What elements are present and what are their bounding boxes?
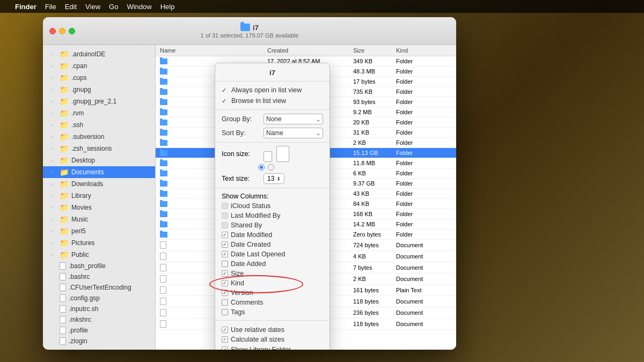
calculate-all-sizes-item[interactable]: Calculate all sizes: [222, 335, 323, 344]
folder-icon: 📁: [60, 109, 69, 117]
file-size-cell: 6 KB: [349, 169, 392, 178]
radio-small[interactable]: [258, 164, 265, 171]
sidebar-item-cpan[interactable]: › 📁 .cpan: [43, 60, 155, 72]
doc-icon: [160, 275, 166, 283]
col-header-size[interactable]: Size: [349, 47, 392, 54]
window-menu[interactable]: Window: [127, 3, 151, 11]
col-version[interactable]: Version: [222, 288, 323, 298]
check-icon: ✓: [222, 98, 229, 105]
sidebar-label: .arduinoIDE: [71, 50, 105, 58]
sidebar-item-cfusertextencoding[interactable]: › .CFUserTextEncoding: [43, 282, 155, 293]
file-size-cell: 4 KB: [349, 252, 392, 261]
sidebar-label: .subversion: [71, 133, 104, 141]
sort-by-row: Sort By: Name ⌄: [215, 126, 330, 140]
minimize-button[interactable]: [59, 28, 65, 34]
folder-icon: 📁: [60, 191, 69, 200]
sidebar-item-gnupg-pre[interactable]: › 📁 .gnupg_pre_2.1: [43, 95, 155, 107]
title-folder-icon: [240, 24, 250, 31]
sidebar-item-zsh[interactable]: › 📁 .zsh_sessions: [43, 143, 155, 154]
file-kind-cell: Folder: [392, 220, 435, 228]
file-kind-cell: Folder: [392, 138, 435, 147]
close-button[interactable]: [49, 28, 56, 34]
window-subtitle: 1 of 31 selected, 179.07 GB available: [201, 32, 299, 39]
menu-bar: Finder File Edit View Go Window Help: [0, 0, 644, 13]
file-kind-cell: Folder: [392, 179, 435, 188]
col-header-created[interactable]: Created: [263, 47, 349, 54]
col-kind[interactable]: Kind: [222, 278, 323, 288]
group-by-value: None: [266, 115, 282, 123]
sidebar-item-subversion[interactable]: › 📁 .subversion: [43, 131, 155, 143]
sidebar-item-pictures[interactable]: › 📁 Pictures: [43, 237, 155, 249]
sort-by-select[interactable]: Name ⌄: [264, 128, 323, 138]
col-date-added[interactable]: Date Added: [222, 259, 323, 269]
folder-icon: 📁: [60, 85, 69, 94]
sidebar-item-bash-profile[interactable]: › .bash_profile: [43, 261, 155, 271]
sidebar-item-desktop[interactable]: › 📁 Desktop: [43, 154, 155, 166]
text-size-stepper[interactable]: 13 ⬍: [264, 173, 284, 184]
folder-icon: 📁: [60, 144, 69, 153]
sidebar-item-library[interactable]: › 📁 Library: [43, 190, 155, 202]
sidebar-item-downloads[interactable]: › 📁 Downloads: [43, 178, 155, 190]
file-size-cell: 17 bytes: [349, 77, 392, 86]
use-relative-dates-item[interactable]: Use relative dates: [222, 325, 323, 335]
folder-icon: [160, 211, 167, 217]
sidebar-item-zlogin[interactable]: › .zlogin: [43, 336, 155, 346]
sidebar-label: .ssh: [71, 121, 83, 129]
help-menu[interactable]: Help: [160, 3, 175, 11]
go-menu[interactable]: Go: [109, 3, 118, 11]
folder-icon: [160, 221, 167, 227]
col-header-name[interactable]: Name: [156, 47, 263, 54]
sidebar-item-cups[interactable]: › 📁 .cups: [43, 72, 155, 84]
sidebar-item-profile[interactable]: › .profile: [43, 325, 155, 336]
sidebar-item-rvm[interactable]: › 📁 .rvm: [43, 107, 155, 119]
browse-list-view-label: Browse in list view: [231, 97, 286, 105]
group-by-select[interactable]: None ⌄: [264, 114, 323, 124]
col-shared-by[interactable]: Shared By: [222, 220, 323, 230]
col-comments[interactable]: Comments: [222, 298, 323, 307]
edit-menu[interactable]: Edit: [65, 3, 77, 11]
folder-icon: 📁: [60, 132, 69, 141]
browse-list-view-item[interactable]: ✓ Browse in list view: [222, 95, 323, 106]
sidebar-item-documents[interactable]: › 📁 Documents: [43, 166, 155, 178]
sidebar-item-music[interactable]: › 📁 Music: [43, 213, 155, 225]
col-icloud-status[interactable]: iCloud Status: [222, 201, 323, 211]
file-kind-cell: Document: [392, 320, 435, 328]
sidebar-label: .inputrc.sh: [69, 305, 98, 313]
sidebar-item-bashrc[interactable]: › .bashrc: [43, 271, 155, 282]
folder-icon: [160, 181, 167, 187]
col-size[interactable]: Size: [222, 269, 323, 278]
doc-icon: [60, 262, 66, 270]
sidebar-label: Public: [71, 251, 89, 258]
file-kind-cell: Folder: [392, 108, 435, 116]
col-header-kind[interactable]: Kind: [392, 47, 435, 54]
sidebar-item-perl5[interactable]: › 📁 perl5: [43, 225, 155, 237]
doc-icon: [160, 298, 166, 305]
sidebar-item-arduinoIDE[interactable]: › 📁 .arduinoIDE: [43, 48, 155, 60]
sidebar-item-gnupg[interactable]: › 📁 .gnupg: [43, 84, 155, 95]
file-kind-cell: Folder: [392, 200, 435, 208]
finder-menu[interactable]: Finder: [15, 3, 36, 11]
sidebar-item-inputrc[interactable]: › .inputrc.sh: [43, 304, 155, 314]
sidebar-item-config-gsp[interactable]: › .config.gsp: [43, 293, 155, 304]
doc-icon: [160, 286, 166, 294]
col-date-modified[interactable]: Date Modified: [222, 230, 323, 240]
checkbox-icon: [222, 222, 228, 228]
col-last-modified-by[interactable]: Last Modified By: [222, 211, 323, 220]
always-open-list-view-item[interactable]: ✓ Always open in list view: [222, 85, 323, 95]
col-tags[interactable]: Tags: [222, 307, 323, 317]
sidebar-item-ssh[interactable]: › 📁 .ssh: [43, 119, 155, 131]
file-menu[interactable]: File: [45, 3, 56, 11]
col-date-last-opened[interactable]: Date Last Opened: [222, 249, 323, 259]
sidebar-item-movies[interactable]: › 📁 Movies: [43, 202, 155, 213]
check-icon: ✓: [222, 87, 229, 94]
zoom-button[interactable]: [69, 28, 75, 34]
folder-icon: 📁: [60, 203, 69, 212]
sidebar-item-public[interactable]: › 📁 Public: [43, 249, 155, 261]
chevron-icon: ›: [52, 253, 57, 257]
popover-checkboxes-section: ✓ Always open in list view ✓ Browse in l…: [215, 84, 330, 107]
col-date-created[interactable]: Date Created: [222, 240, 323, 249]
show-library-folder-item[interactable]: Show Library Folder: [222, 344, 323, 350]
sidebar-item-mkshrc[interactable]: › .mkshrc: [43, 314, 155, 325]
radio-large[interactable]: [268, 164, 274, 171]
view-menu[interactable]: View: [85, 3, 100, 11]
